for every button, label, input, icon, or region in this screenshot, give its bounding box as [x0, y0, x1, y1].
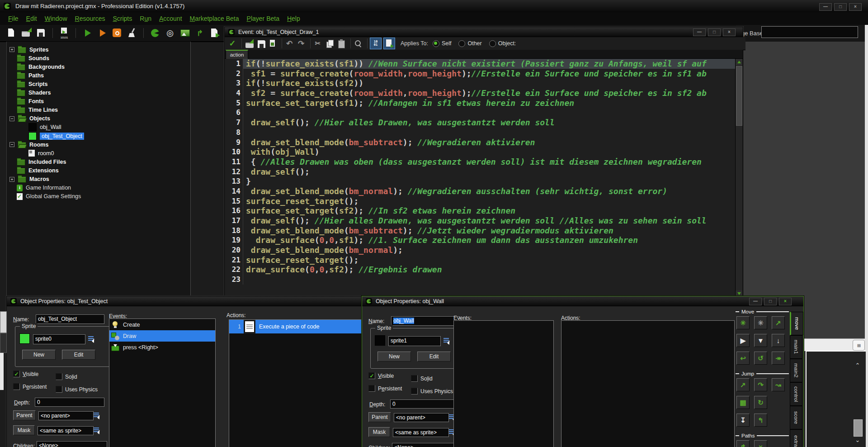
- move-towards-icon[interactable]: ↗: [772, 316, 785, 329]
- tree-item-global-game-settings[interactable]: Global Game Settings: [9, 192, 81, 201]
- actions-list[interactable]: [561, 320, 735, 447]
- sprite-name-input[interactable]: sprite1: [388, 336, 441, 346]
- maximize-button[interactable]: □: [834, 3, 847, 11]
- create-executable-icon[interactable]: 10101: [58, 27, 70, 39]
- collapse-icon[interactable]: [9, 142, 14, 147]
- bounce-icon[interactable]: ↰: [754, 414, 767, 427]
- tree-item-extensions[interactable]: Extensions: [9, 166, 59, 175]
- path-end-icon[interactable]: ×: [754, 440, 767, 447]
- background-field-input[interactable]: [761, 26, 858, 38]
- mask-button[interactable]: Mask: [368, 427, 390, 437]
- speed-vertical-icon[interactable]: ▼: [754, 334, 767, 347]
- applies-to-option-object[interactable]: Object:: [489, 40, 516, 47]
- radio-unselected-icon[interactable]: [489, 40, 496, 47]
- applies-to-option-self[interactable]: Self: [433, 40, 452, 47]
- dnd-tab-main1[interactable]: main1: [790, 335, 802, 359]
- checkbox-checked-icon[interactable]: ✓: [13, 371, 20, 377]
- parent-button[interactable]: Parent: [368, 412, 391, 422]
- align-grid-icon[interactable]: ▦: [736, 396, 750, 409]
- menu-item-account[interactable]: Account: [159, 15, 182, 22]
- chevron-up-icon[interactable]: ⌃: [853, 360, 863, 371]
- tree-item-fonts[interactable]: Fonts: [9, 97, 44, 106]
- props-titlebar[interactable]: Object Properties: obj_Test_Object: [7, 296, 387, 306]
- create-path-icon[interactable]: ↱: [194, 27, 206, 39]
- open-project-icon[interactable]: [20, 27, 32, 39]
- speed-horizontal-icon[interactable]: ▶: [736, 334, 750, 347]
- checkbox-unchecked-icon[interactable]: [368, 385, 375, 392]
- mask-button[interactable]: Mask: [13, 425, 35, 435]
- sprite-name-input[interactable]: sprite0: [33, 334, 85, 344]
- checkbox-unchecked-icon[interactable]: [13, 383, 20, 390]
- menu-item-edit[interactable]: Edit: [26, 15, 37, 22]
- solid-checkbox[interactable]: Solid: [56, 373, 77, 380]
- jump-position-icon[interactable]: ↗: [736, 378, 750, 391]
- menu-icon[interactable]: [88, 336, 94, 342]
- close-button[interactable]: ×: [849, 3, 862, 11]
- actions-list[interactable]: 1Execute a piece of code: [229, 319, 372, 447]
- props-titlebar[interactable]: Object Properties: obj_Wall —□×: [362, 296, 803, 306]
- menu-item-scripts[interactable]: Scripts: [113, 15, 132, 22]
- tree-item-room0[interactable]: room0: [28, 149, 54, 157]
- expand-icon[interactable]: [9, 177, 14, 182]
- reverse-horizontal-icon[interactable]: ↩: [736, 352, 750, 365]
- events-list[interactable]: [453, 320, 554, 447]
- code-scrollbar[interactable]: [735, 59, 742, 297]
- checkbox-unchecked-icon[interactable]: [411, 388, 418, 395]
- menu-item-window[interactable]: Window: [45, 15, 67, 22]
- dnd-tab-extra[interactable]: extra: [790, 429, 802, 447]
- tree-item-sounds[interactable]: Sounds: [9, 54, 49, 62]
- redo-icon[interactable]: ↷: [296, 38, 306, 48]
- parent-value[interactable]: <no parent>: [38, 411, 94, 420]
- new-file-icon[interactable]: [5, 27, 17, 39]
- tree-item-shaders[interactable]: Shaders: [9, 89, 51, 97]
- close-button[interactable]: ×: [779, 298, 792, 305]
- cut-icon[interactable]: ✂: [313, 38, 323, 48]
- close-icon[interactable]: ⧆: [853, 340, 865, 351]
- minimize-button[interactable]: —: [819, 3, 832, 11]
- tree-item-included-files[interactable]: Included Files: [9, 157, 66, 166]
- path-start-icon[interactable]: ↱: [736, 440, 750, 447]
- scroll-up-icon[interactable]: [736, 59, 742, 65]
- scrollbar-thumb[interactable]: [736, 66, 742, 126]
- tree-item-obj_wall[interactable]: obj_Wall: [28, 123, 61, 132]
- undo-icon[interactable]: ↶: [284, 38, 294, 48]
- persistent-checkbox[interactable]: Persistent: [368, 385, 402, 392]
- mask-value[interactable]: <same as sprite>: [393, 428, 449, 437]
- event-item-draw[interactable]: Draw: [109, 330, 215, 342]
- tree-item-obj_test_object[interactable]: obj_Test_Object: [28, 132, 84, 140]
- applies-to-option-other[interactable]: Other: [458, 40, 481, 47]
- toggle-syntax-color-icon[interactable]: [383, 38, 395, 49]
- clean-cache-icon[interactable]: [126, 27, 138, 39]
- parent-value[interactable]: <no parent>: [394, 413, 449, 422]
- tree-item-backgrounds[interactable]: Backgrounds: [9, 62, 65, 71]
- menu-item-resources[interactable]: Resources: [75, 15, 105, 22]
- maximize-button[interactable]: □: [708, 29, 721, 36]
- copy-icon[interactable]: [325, 38, 335, 48]
- move-fixed-icon[interactable]: ✳: [736, 316, 750, 329]
- close-button[interactable]: ×: [723, 29, 736, 36]
- checkbox-unchecked-icon[interactable]: [56, 386, 62, 393]
- dnd-tab-score[interactable]: score: [790, 406, 802, 429]
- menu-item-marketplace-beta[interactable]: Marketplace Beta: [190, 15, 239, 22]
- menu-icon[interactable]: [94, 427, 100, 433]
- jump-random-icon[interactable]: ↝: [772, 378, 785, 391]
- toggle-line-numbers-icon[interactable]: 10 01: [370, 38, 382, 49]
- name-input[interactable]: obj_Wall: [391, 316, 460, 326]
- create-sound-icon[interactable]: ◎: [164, 27, 176, 39]
- menu-icon[interactable]: [94, 412, 100, 418]
- set-gravity-icon[interactable]: ↓: [772, 334, 785, 347]
- save-icon[interactable]: [256, 38, 266, 48]
- persistent-checkbox[interactable]: Persistent: [13, 383, 47, 390]
- code-editor[interactable]: 1if(!surface_exists(sf1)) //Wenn Surface…: [225, 59, 736, 297]
- save-project-icon[interactable]: [35, 27, 47, 39]
- radio-unselected-icon[interactable]: [458, 40, 465, 47]
- check-icon[interactable]: ✓: [227, 38, 237, 48]
- run-icon[interactable]: [81, 27, 93, 39]
- minimize-button[interactable]: —: [693, 29, 706, 36]
- move-contact-icon[interactable]: ↧: [736, 414, 750, 427]
- checkbox-unchecked-icon[interactable]: [411, 375, 418, 382]
- dnd-tab-main2[interactable]: main2: [790, 359, 802, 382]
- code-window-titlebar[interactable]: Event: obj_Test_Object_Draw_1 —□×: [225, 27, 743, 37]
- create-sprite-icon[interactable]: [149, 27, 161, 39]
- depth-input[interactable]: 0: [35, 398, 104, 407]
